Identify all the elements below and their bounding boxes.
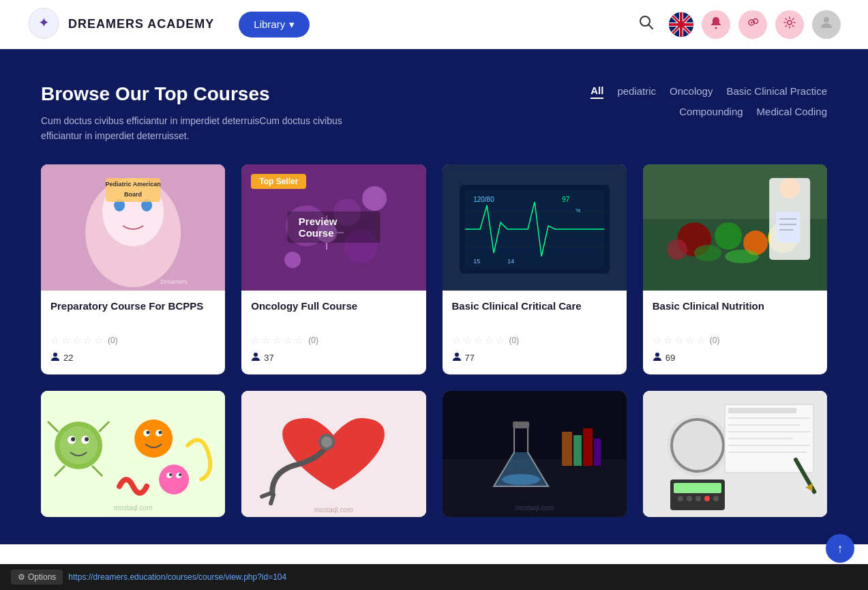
svg-text:120/80: 120/80 xyxy=(473,196,494,203)
svg-text:mostaql.com: mostaql.com xyxy=(314,506,353,514)
bell-icon xyxy=(709,16,723,33)
brand-name: DREAMERS ACADEMY xyxy=(68,17,214,31)
star-2: ☆ xyxy=(61,334,70,346)
top-seller-badge: Top Seller xyxy=(251,174,306,189)
svg-point-94 xyxy=(321,437,332,447)
svg-point-40 xyxy=(362,186,387,211)
filter-pediatric[interactable]: pediatric xyxy=(617,84,656,98)
profile-button[interactable] xyxy=(812,10,841,39)
svg-point-72 xyxy=(59,426,98,464)
star-4: ☆ xyxy=(284,334,293,346)
course-card-6[interactable]: mostaql.com xyxy=(241,391,425,517)
svg-text:15: 15 xyxy=(473,258,480,265)
svg-point-16 xyxy=(751,22,752,23)
svg-text:✦: ✦ xyxy=(38,15,50,30)
svg-text:Dreamers: Dreamers xyxy=(161,278,188,285)
course-card-3[interactable]: 120/80 97 % 15 14 Basic Clinical Critica… xyxy=(443,164,627,374)
svg-point-41 xyxy=(254,353,258,357)
course-rating-1: ☆ ☆ ☆ ☆ ☆ (0) xyxy=(50,334,215,346)
svg-point-19 xyxy=(824,17,829,23)
svg-text:97: 97 xyxy=(562,196,570,203)
filter-medical-coding[interactable]: Medical Coding xyxy=(757,104,827,119)
svg-point-57 xyxy=(715,222,742,250)
course-image-1: Pediatric American Board Dreamers xyxy=(41,164,225,291)
svg-point-81 xyxy=(134,419,173,458)
course-image-4 xyxy=(643,164,827,291)
messages-button[interactable] xyxy=(738,10,767,39)
svg-text:Pediatric American: Pediatric American xyxy=(106,181,161,188)
svg-text:mostaql.com: mostaql.com xyxy=(515,504,554,512)
profile-icon xyxy=(818,14,835,34)
course-title-3: Basic Clinical Critical Care xyxy=(452,300,617,327)
course-card-5[interactable]: mostaql.com xyxy=(41,391,225,517)
svg-point-53 xyxy=(455,353,459,357)
course-card-4[interactable]: Basic Clinical Nutrition ☆ ☆ ☆ ☆ ☆ (0) 6… xyxy=(643,164,827,374)
filter-basic-clinical-practice[interactable]: Basic Clinical Practice xyxy=(726,84,827,98)
notifications-button[interactable] xyxy=(702,10,730,39)
header: ✦ DREAMERS ACADEMY Library ▾ xyxy=(0,0,868,49)
main-content: Browse Our Top Courses Cum doctus civibu… xyxy=(0,49,868,544)
svg-point-39 xyxy=(284,252,301,268)
svg-rect-111 xyxy=(728,408,796,413)
course-info-3: Basic Clinical Critical Care ☆ ☆ ☆ ☆ ☆ (… xyxy=(443,291,627,374)
browse-description: Cum doctus civibus efficiantur in imperd… xyxy=(41,113,355,144)
svg-rect-103 xyxy=(573,435,582,466)
rating-count-1: (0) xyxy=(108,336,118,345)
star-5: ☆ xyxy=(496,334,505,346)
person-icon-2 xyxy=(251,352,260,364)
course-rating-4: ☆ ☆ ☆ ☆ ☆ (0) xyxy=(653,334,818,346)
svg-point-13 xyxy=(715,27,717,29)
course-info-4: Basic Clinical Nutrition ☆ ☆ ☆ ☆ ☆ (0) 6… xyxy=(643,291,827,374)
course-info-1: Preparatory Course For BCPPS ☆ ☆ ☆ ☆ ☆ (… xyxy=(41,291,225,374)
svg-point-64 xyxy=(779,178,800,198)
svg-rect-100 xyxy=(513,422,529,428)
course-title-1: Preparatory Course For BCPPS xyxy=(50,300,215,327)
filter-all[interactable]: All xyxy=(590,83,603,99)
library-button[interactable]: Library ▾ xyxy=(239,12,310,38)
course-info-2: Oncology Full Course ☆ ☆ ☆ ☆ ☆ (0) 37 xyxy=(241,291,425,374)
search-button[interactable] xyxy=(632,10,661,39)
course-image-7: mostaql.com xyxy=(443,391,627,517)
star-3: ☆ xyxy=(674,334,683,346)
course-image-6: mostaql.com xyxy=(241,391,425,517)
courses-grid-row2: mostaql.com mostaql.com xyxy=(41,391,827,517)
star-5: ☆ xyxy=(295,334,303,346)
enrolled-2: 37 xyxy=(251,352,416,364)
enrolled-4: 69 xyxy=(653,352,818,364)
filter-row-2: Compounding Medical Coding xyxy=(679,104,827,119)
logo: ✦ xyxy=(27,7,60,42)
star-2: ☆ xyxy=(663,334,672,346)
course-card-7[interactable]: mostaql.com xyxy=(443,391,627,517)
filter-compounding[interactable]: Compounding xyxy=(679,104,743,119)
course-card-1[interactable]: Pediatric American Board Dreamers Prepar… xyxy=(41,164,225,374)
header-right xyxy=(632,10,841,39)
star-4: ☆ xyxy=(485,334,494,346)
svg-text:Board: Board xyxy=(124,191,142,198)
star-4: ☆ xyxy=(83,334,92,346)
person-icon-4 xyxy=(653,352,662,364)
svg-point-123 xyxy=(687,496,692,501)
enrolled-1: 22 xyxy=(50,352,215,364)
enrolled-count-2: 37 xyxy=(264,353,273,363)
arrow-up-icon: ↑ xyxy=(837,542,843,544)
filter-row-1: All pediatric Oncology Basic Clinical Pr… xyxy=(590,83,827,99)
language-flag[interactable] xyxy=(669,12,693,37)
svg-point-83 xyxy=(147,430,150,434)
enrolled-count-1: 22 xyxy=(63,353,73,363)
header-left: ✦ DREAMERS ACADEMY Library ▾ xyxy=(27,7,310,42)
svg-point-17 xyxy=(753,21,755,23)
browse-header: Browse Our Top Courses Cum doctus civibu… xyxy=(41,83,827,144)
course-image-5: mostaql.com xyxy=(41,391,225,517)
course-card-2[interactable]: Top Seller Preview Course xyxy=(241,164,425,374)
filter-tabs: All pediatric Oncology Basic Clinical Pr… xyxy=(590,83,827,119)
svg-rect-105 xyxy=(594,439,601,466)
svg-point-90 xyxy=(179,473,181,476)
filter-oncology[interactable]: Oncology xyxy=(670,84,713,98)
settings-button[interactable] xyxy=(775,10,804,39)
star-1: ☆ xyxy=(50,334,59,346)
svg-point-61 xyxy=(694,245,721,261)
enrolled-3: 77 xyxy=(452,352,617,364)
course-image-2: Top Seller Preview Course xyxy=(241,164,425,291)
svg-point-108 xyxy=(667,415,728,476)
course-card-8[interactable] xyxy=(643,391,827,517)
